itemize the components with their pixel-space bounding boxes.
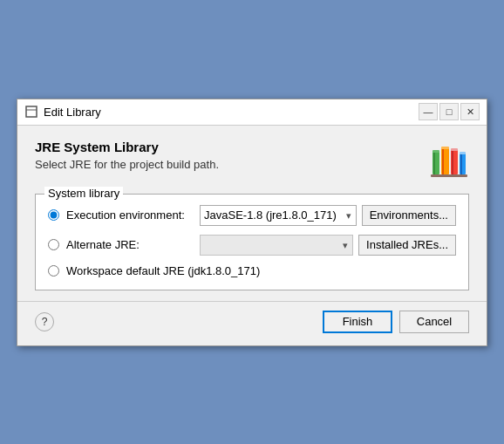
alternate-jre-dropdown-wrapper — [200, 235, 353, 256]
svg-rect-7 — [441, 147, 449, 149]
execution-env-dropdown[interactable]: JavaSE-1.8 (jre1.8.0_171) — [200, 205, 357, 226]
header-text: JRE System Library Select JRE for the pr… — [35, 140, 219, 171]
group-label: System library — [44, 187, 123, 200]
window-title: Edit Library — [44, 106, 413, 119]
workspace-jre-row: Workspace default JRE (jdk1.8.0_171) — [48, 264, 456, 277]
environments-button[interactable]: Environments... — [362, 205, 456, 226]
svg-rect-9 — [452, 150, 453, 174]
close-button[interactable]: ✕ — [460, 103, 480, 120]
workspace-jre-radio[interactable] — [48, 265, 59, 277]
alternate-jre-radio[interactable] — [48, 239, 59, 250]
footer-left: ? — [35, 312, 54, 331]
window-icon — [24, 105, 38, 119]
svg-rect-14 — [431, 174, 467, 177]
finish-button[interactable]: Finish — [323, 311, 392, 333]
system-library-group: System library Execution environment: Ja… — [35, 194, 469, 290]
execution-env-container: JavaSE-1.8 (jre1.8.0_171) Environments..… — [200, 205, 456, 226]
execution-env-radio[interactable] — [48, 209, 59, 221]
svg-rect-6 — [442, 148, 444, 174]
svg-rect-13 — [460, 152, 466, 154]
footer-right: Finish Cancel — [323, 311, 469, 333]
maximize-button[interactable]: □ — [439, 103, 459, 120]
edit-library-window: Edit Library — □ ✕ JRE System Library Se… — [17, 99, 487, 346]
svg-rect-4 — [432, 150, 439, 153]
section-title: JRE System Library — [35, 140, 219, 154]
minimize-button[interactable]: — — [419, 103, 438, 120]
alternate-jre-label: Alternate JRE: — [66, 238, 193, 251]
help-button[interactable]: ? — [35, 312, 54, 331]
svg-rect-0 — [26, 106, 37, 117]
workspace-jre-label: Workspace default JRE (jdk1.8.0_171) — [66, 264, 260, 277]
books-icon — [427, 140, 469, 181]
section-subtitle: Select JRE for the project build path. — [35, 158, 219, 171]
installed-jres-button[interactable]: Installed JREs... — [358, 235, 456, 256]
execution-env-dropdown-wrapper: JavaSE-1.8 (jre1.8.0_171) — [200, 205, 357, 226]
alternate-jre-row: Alternate JRE: Installed JREs... — [48, 235, 456, 256]
alternate-jre-dropdown[interactable] — [200, 235, 353, 256]
execution-env-label: Execution environment: — [66, 208, 193, 222]
footer: ? Finish Cancel — [17, 301, 487, 345]
cancel-button[interactable]: Cancel — [399, 311, 469, 333]
header-section: JRE System Library Select JRE for the pr… — [35, 140, 469, 181]
svg-rect-10 — [451, 148, 458, 151]
alternate-jre-container: Installed JREs... — [200, 235, 456, 256]
content-area: JRE System Library Select JRE for the pr… — [17, 126, 487, 301]
title-bar: Edit Library — □ ✕ — [17, 99, 487, 126]
window-controls: — □ ✕ — [419, 103, 480, 120]
execution-env-row: Execution environment: JavaSE-1.8 (jre1.… — [48, 205, 456, 226]
svg-rect-3 — [433, 152, 435, 174]
svg-rect-12 — [460, 154, 462, 174]
